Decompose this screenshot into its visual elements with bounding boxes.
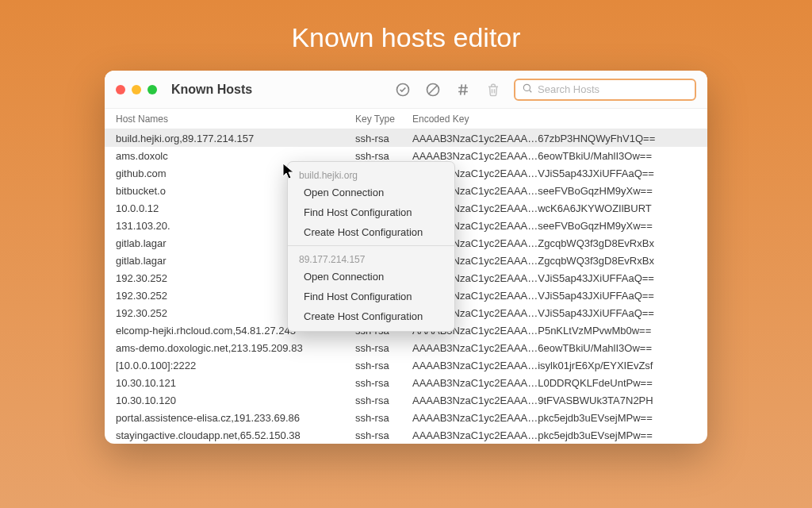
cell-host: 10.30.10.120 — [116, 394, 355, 406]
cell-host: portal.assistence-elisa.cz,191.233.69.86 — [116, 412, 355, 424]
window-title: Known Hosts — [171, 83, 252, 97]
context-group-title: build.hejki.org — [288, 165, 454, 183]
context-menu: build.hejki.org Open Connection Find Hos… — [287, 161, 455, 332]
cell-key: AAAAB3NzaC1yc2EAAA…ZgcqbWQ3f3gD8EvRxBx — [412, 237, 707, 249]
cell-host: stayingactive.cloudapp.net,65.52.150.38 — [116, 429, 355, 441]
table-row[interactable]: 10.30.10.121ssh-rsaAAAAB3NzaC1yc2EAAA…L0… — [105, 374, 707, 391]
cell-key: AAAAB3NzaC1yc2EAAA…P5nKLtVzMPvwMb0w== — [412, 325, 707, 337]
menu-open-connection[interactable]: Open Connection — [288, 183, 454, 202]
cell-key: AAAAB3NzaC1yc2EAAA…9tFVASBWUk3TA7N2PH — [412, 394, 707, 406]
cell-host: ams.doxolc — [116, 150, 355, 162]
search-input[interactable] — [538, 83, 688, 95]
cell-key: AAAAB3NzaC1yc2EAAA…L0DDRQKLFdeUntPw== — [412, 377, 707, 389]
cell-key: AAAAB3NzaC1yc2EAAA…isylk01jrE6Xp/EYXIEvZ… — [412, 360, 707, 371]
known-hosts-window: Known Hosts Host Names Key Type Encoded — [105, 71, 707, 444]
trash-icon[interactable] — [484, 80, 503, 99]
menu-create-host-config[interactable]: Create Host Configuration — [288, 306, 454, 326]
cell-key: AAAAB3NzaC1yc2EAAA…VJiS5ap43JXiUFFAaQ== — [412, 167, 707, 179]
cell-host: 10.30.10.121 — [116, 377, 355, 389]
search-field[interactable] — [514, 79, 696, 101]
header-host[interactable]: Host Names — [116, 114, 355, 125]
minimize-window-button[interactable] — [132, 85, 141, 94]
verify-icon[interactable] — [393, 80, 412, 99]
cell-type: ssh-rsa — [355, 342, 412, 354]
cell-type: ssh-rsa — [355, 377, 412, 389]
cell-host: build.hejki.org,89.177.214.157 — [116, 133, 355, 144]
cell-key: AAAAB3NzaC1yc2EAAA…67zbP3HNQWyFhV1Q== — [412, 133, 707, 144]
cell-key: AAAAB3NzaC1yc2EAAA…6eowTBkiU/MahlI3Ow== — [412, 342, 707, 354]
header-type[interactable]: Key Type — [355, 114, 412, 125]
cell-key: AAAAB3NzaC1yc2EAAA…VJiS5ap43JXiUFFAaQ== — [412, 307, 707, 319]
cell-key: AAAAB3NzaC1yc2EAAA…pkc5ejdb3uEVsejMPw== — [412, 412, 707, 424]
close-window-button[interactable] — [116, 85, 125, 94]
menu-create-host-config[interactable]: Create Host Configuration — [288, 222, 454, 242]
column-headers: Host Names Key Type Encoded Key — [105, 109, 707, 129]
toolbar — [393, 80, 503, 99]
cell-key: AAAAB3NzaC1yc2EAAA…ZgcqbWQ3f3gD8EvRxBx — [412, 255, 707, 267]
page-title: Known hosts editor — [291, 22, 520, 53]
cell-type: ssh-rsa — [355, 150, 412, 162]
cell-type: ssh-rsa — [355, 412, 412, 424]
table-row[interactable]: [10.0.0.100]:2222ssh-rsaAAAAB3NzaC1yc2EA… — [105, 356, 707, 374]
cell-key: AAAAB3NzaC1yc2EAAA…seeFVBoGqzHM9yXw== — [412, 185, 707, 197]
menu-find-host-config[interactable]: Find Host Configuration — [288, 202, 454, 222]
cell-type: ssh-rsa — [355, 429, 412, 441]
cell-key: AAAAB3NzaC1yc2EAAA…VJiS5ap43JXiUFFAaQ== — [412, 290, 707, 302]
traffic-lights — [116, 85, 157, 94]
titlebar: Known Hosts — [105, 71, 707, 109]
disable-icon[interactable] — [423, 80, 442, 99]
cell-key: AAAAB3NzaC1yc2EAAA…VJiS5ap43JXiUFFAaQ== — [412, 272, 707, 284]
cell-type: ssh-rsa — [355, 360, 412, 371]
cell-key: AAAAB3NzaC1yc2EAAA…pkc5ejdb3uEVsejMPw== — [412, 429, 707, 441]
cell-host: [10.0.0.100]:2222 — [116, 360, 355, 371]
cell-host: ams-demo.doxologic.net,213.195.209.83 — [116, 342, 355, 354]
menu-open-connection[interactable]: Open Connection — [288, 267, 454, 287]
table-row[interactable]: 10.30.10.120ssh-rsaAAAAB3NzaC1yc2EAAA…9t… — [105, 391, 707, 409]
cell-key: AAAAB3NzaC1yc2EAAA…wcK6A6JKYWOZIlBURT — [412, 202, 707, 214]
maximize-window-button[interactable] — [147, 85, 157, 94]
header-key[interactable]: Encoded Key — [412, 114, 707, 125]
search-icon — [522, 83, 538, 97]
cell-type: ssh-rsa — [355, 133, 412, 144]
cell-type: ssh-rsa — [355, 394, 412, 406]
menu-find-host-config[interactable]: Find Host Configuration — [288, 287, 454, 306]
table-row[interactable]: portal.assistence-elisa.cz,191.233.69.86… — [105, 409, 707, 426]
svg-point-2 — [523, 84, 530, 90]
hash-icon[interactable] — [454, 80, 473, 99]
cell-key: AAAAB3NzaC1yc2EAAA…seeFVBoGqzHM9yXw== — [412, 220, 707, 232]
table-row[interactable]: ams-demo.doxologic.net,213.195.209.83ssh… — [105, 339, 707, 356]
table-row[interactable]: build.hejki.org,89.177.214.157ssh-rsaAAA… — [105, 129, 707, 147]
table-row[interactable]: stayingactive.cloudapp.net,65.52.150.38s… — [105, 426, 707, 444]
context-group-title: 89.177.214.157 — [288, 249, 454, 267]
cell-key: AAAAB3NzaC1yc2EAAA…6eowTBkiU/MahlI3Ow== — [412, 150, 707, 162]
menu-separator — [288, 245, 454, 246]
